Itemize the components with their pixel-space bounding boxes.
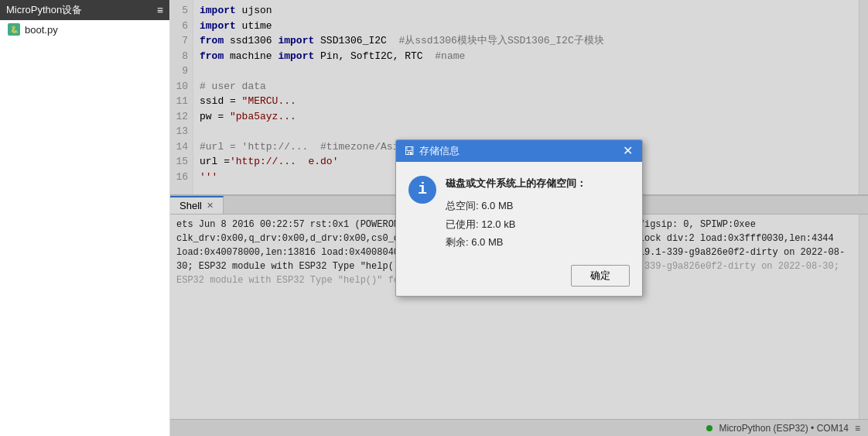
- sidebar-header-icons: ≡: [157, 4, 163, 16]
- dialog-close-button[interactable]: ✕: [621, 145, 634, 157]
- dialog-free: 剩余: 6.0 MB: [446, 233, 586, 251]
- dialog-title-text: 存储信息: [419, 144, 460, 158]
- file-icon: 🐍: [8, 23, 20, 36]
- content-area: 5678910111213141516 import ujson import …: [170, 0, 868, 436]
- dialog-total: 总空间: 6.0 MB: [446, 197, 586, 215]
- sidebar-title: MicroPython设备: [6, 3, 82, 17]
- dialog-body: i 磁盘或文件系统上的存储空间： 总空间: 6.0 MB 已使用: 12.0 k…: [396, 162, 642, 259]
- dialog-used: 已使用: 12.0 kB: [446, 215, 586, 233]
- dialog-title-icon: 🖫: [404, 145, 415, 157]
- storage-dialog: 🖫 存储信息 ✕ i 磁盘或文件系统上的存储空间： 总空间: 6.0 MB 已使…: [395, 139, 643, 297]
- dialog-footer: 确定: [396, 259, 642, 296]
- dialog-text-block: 磁盘或文件系统上的存储空间： 总空间: 6.0 MB 已使用: 12.0 kB …: [446, 174, 586, 252]
- sidebar-menu-icon[interactable]: ≡: [157, 4, 163, 16]
- dialog-titlebar: 🖫 存储信息 ✕: [396, 140, 642, 162]
- dialog-ok-button[interactable]: 确定: [571, 265, 630, 287]
- dialog-info-icon: i: [408, 176, 436, 204]
- dialog-title-left: 🖫 存储信息: [404, 144, 460, 158]
- dialog-body-title: 磁盘或文件系统上的存储空间：: [446, 174, 586, 192]
- sidebar-header: MicroPython设备 ≡: [0, 0, 169, 20]
- modal-overlay: 🖫 存储信息 ✕ i 磁盘或文件系统上的存储空间： 总空间: 6.0 MB 已使…: [170, 0, 868, 436]
- sidebar-filename: boot.py: [25, 24, 58, 36]
- main-container: MicroPython设备 ≡ 🐍 boot.py 56789101112131…: [0, 0, 868, 436]
- sidebar-file-boot[interactable]: 🐍 boot.py: [0, 20, 169, 39]
- sidebar: MicroPython设备 ≡ 🐍 boot.py: [0, 0, 170, 436]
